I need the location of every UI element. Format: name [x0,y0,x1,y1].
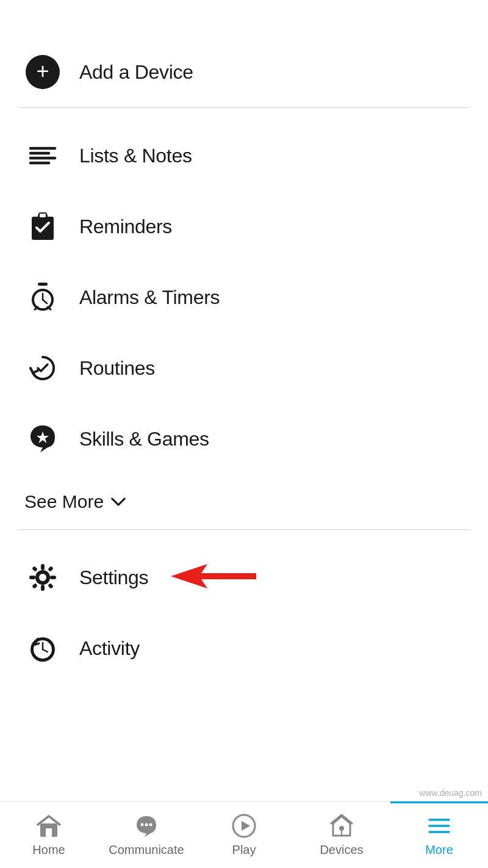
main-content: Add a Device Lists & Notes [0,0,488,801]
activity-item[interactable]: Activity [0,613,488,684]
page-wrapper: Add a Device Lists & Notes [0,0,488,868]
home-icon [35,812,62,839]
svg-rect-6 [39,213,46,218]
red-arrow-annotation [159,558,268,597]
svg-rect-7 [38,283,48,286]
see-more-label: See More [24,491,104,512]
watermark: www.deuag.com [419,788,482,798]
svg-point-33 [149,823,152,826]
chevron-down-icon [111,497,126,506]
svg-rect-21 [48,566,54,572]
svg-point-36 [339,826,344,831]
reminders-label: Reminders [79,215,172,238]
skills-games-item[interactable]: Skills & Games [0,403,488,474]
routines-icon [24,350,61,386]
plus-circle-icon [24,54,61,90]
svg-rect-23 [48,583,54,589]
svg-marker-24 [171,564,256,588]
activity-icon [24,630,61,667]
reminders-icon [24,208,61,245]
activity-label: Activity [79,637,140,660]
svg-rect-22 [32,583,38,589]
routines-label: Routines [79,357,155,380]
devices-icon [328,812,355,839]
add-device-item[interactable]: Add a Device [0,37,488,107]
settings-item[interactable]: Settings [0,542,488,613]
svg-rect-16 [41,564,45,570]
settings-label: Settings [79,566,148,589]
lists-notes-item[interactable]: Lists & Notes [0,120,488,191]
add-device-label: Add a Device [79,61,193,84]
lists-notes-label: Lists & Notes [79,145,192,167]
nav-communicate[interactable]: Communicate [98,801,195,868]
nav-active-indicator [390,801,488,803]
svg-marker-35 [242,821,250,831]
nav-communicate-label: Communicate [109,843,184,857]
bottom-nav: Home Communicate Play [0,801,488,868]
nav-play[interactable]: Play [195,801,293,868]
settings-icon [24,559,61,596]
communicate-icon [133,812,160,839]
skills-icon [24,421,61,457]
nav-home-label: Home [32,843,65,857]
nav-more-label: More [425,843,453,857]
see-more-row[interactable]: See More [0,474,488,529]
nav-play-label: Play [232,843,256,857]
nav-home[interactable]: Home [0,801,98,868]
nav-devices-label: Devices [320,843,363,857]
play-icon [231,812,257,839]
nav-devices[interactable]: Devices [293,801,390,868]
reminders-item[interactable]: Reminders [0,191,488,262]
svg-rect-18 [29,576,35,579]
alarms-timers-label: Alarms & Timers [79,286,220,309]
svg-point-31 [141,823,144,826]
alarms-timers-item[interactable]: Alarms & Timers [0,262,488,333]
routines-item[interactable]: Routines [0,333,488,403]
lists-icon [24,137,61,174]
svg-rect-20 [32,566,38,572]
svg-point-32 [145,823,148,826]
more-icon [426,812,453,839]
svg-point-15 [39,574,46,581]
svg-rect-30 [46,828,52,837]
alarms-icon [24,279,61,316]
svg-rect-19 [50,576,56,579]
skills-games-label: Skills & Games [79,428,209,450]
nav-more[interactable]: More [390,801,488,868]
svg-rect-17 [41,585,45,591]
